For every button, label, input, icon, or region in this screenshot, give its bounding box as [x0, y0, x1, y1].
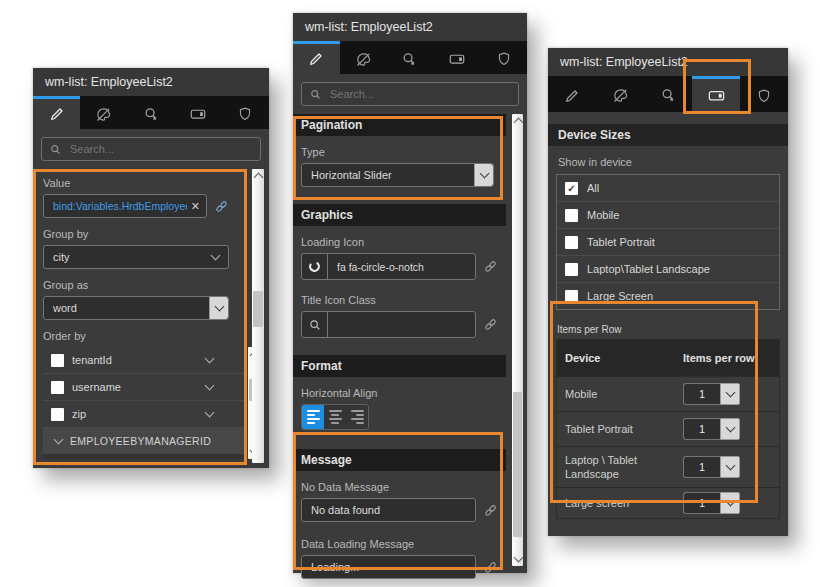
properties-panel-1: wm-list: EmployeeList2 Value bind:Variab…: [33, 68, 269, 468]
tab-styles[interactable]: [80, 96, 127, 129]
items-per-row-select[interactable]: 1: [683, 456, 740, 478]
tab-security[interactable]: [222, 96, 269, 129]
checkbox-unchecked[interactable]: [51, 408, 64, 421]
tab-styles[interactable]: [340, 41, 387, 74]
device-checkbox-row[interactable]: Large Screen: [557, 283, 779, 309]
group-by-value: city: [53, 251, 70, 263]
pagination-type-value: Horizontal Slider: [311, 169, 392, 181]
tab-device[interactable]: [433, 41, 480, 74]
data-loading-message-field[interactable]: Loading...: [301, 555, 476, 579]
device-option-label: Large Screen: [587, 290, 653, 302]
horizontal-align-label: Horizontal Align: [301, 387, 498, 399]
bind-link-icon[interactable]: [214, 199, 229, 214]
items-per-row-select[interactable]: 1: [683, 383, 740, 405]
panel-scrollbar[interactable]: [252, 169, 264, 463]
order-item-row[interactable]: username: [43, 374, 247, 401]
bind-link-icon[interactable]: [483, 317, 498, 332]
select-dropdown-button[interactable]: [209, 297, 228, 319]
select-dropdown-button[interactable]: [720, 418, 740, 440]
select-dropdown-button[interactable]: [720, 492, 740, 514]
chevron-down-icon[interactable]: [205, 408, 215, 418]
tab-search[interactable]: [127, 96, 174, 129]
tab-properties[interactable]: [293, 41, 340, 74]
checkbox-unchecked[interactable]: [565, 290, 578, 303]
no-data-message-field[interactable]: No data found: [301, 498, 476, 522]
bind-link-icon[interactable]: [483, 503, 498, 518]
search-input[interactable]: [68, 142, 253, 156]
scroll-up-arrow[interactable]: [254, 173, 264, 183]
tab-device[interactable]: [175, 96, 222, 129]
chevron-down-icon: [725, 461, 735, 471]
group-as-select[interactable]: word: [43, 296, 229, 320]
select-dropdown-button[interactable]: [720, 456, 740, 478]
row-device-label: Laptop \ Tablet Landscape: [557, 447, 679, 487]
checkbox-unchecked[interactable]: [51, 354, 64, 367]
bind-link-icon[interactable]: [483, 259, 498, 274]
device-option-label: All: [587, 182, 599, 194]
tab-properties[interactable]: [33, 96, 80, 129]
device-option-label: Laptop\Tablet Landscape: [587, 263, 710, 275]
scroll-down-arrow[interactable]: [514, 553, 524, 563]
bind-link-icon[interactable]: [483, 560, 498, 575]
checkbox-checked[interactable]: ✓: [565, 182, 578, 195]
table-row: Laptop \ Tablet Landscape 1: [557, 446, 779, 487]
select-dropdown-button[interactable]: [720, 383, 740, 405]
row-device-label: Tablet Portrait: [557, 412, 679, 446]
order-item-row[interactable]: zip: [43, 401, 247, 428]
scrollbar-thumb[interactable]: [513, 392, 522, 537]
panel-scrollbar[interactable]: [512, 114, 523, 566]
graphics-section-header: Graphics: [293, 204, 506, 226]
checkbox-unchecked[interactable]: [565, 236, 578, 249]
tab-security[interactable]: [480, 41, 527, 74]
search-icon: [302, 312, 328, 337]
align-left-button[interactable]: [302, 405, 324, 429]
horizontal-align-group: [301, 404, 369, 430]
value-field[interactable]: bind:Variables.HrdbEmployeeData1.dat ✕: [43, 194, 207, 218]
align-center-button[interactable]: [324, 405, 346, 429]
tab-styles[interactable]: [596, 76, 644, 112]
select-value: 1: [683, 456, 720, 478]
select-dropdown-button[interactable]: [474, 164, 493, 186]
list-footer-strip: [43, 454, 247, 459]
device-panel: wm-list: EmployeeList2 Device Sizes Show…: [548, 48, 788, 536]
properties-panel-2: wm-list: EmployeeList2 Pagination Type: [293, 13, 527, 573]
search-input[interactable]: [328, 87, 511, 101]
group-as-value: word: [53, 302, 77, 314]
tab-search[interactable]: [644, 76, 692, 112]
properties-scroll-area: Value bind:Variables.HrdbEmployeeData1.d…: [33, 169, 269, 465]
chevron-down-icon: [479, 169, 489, 179]
order-item-row[interactable]: tenantId: [43, 347, 247, 374]
message-section-header: Message: [293, 449, 506, 471]
checkbox-unchecked[interactable]: [565, 209, 578, 222]
items-per-row-select[interactable]: 1: [683, 418, 740, 440]
tab-device[interactable]: [692, 76, 740, 112]
title-icon-class-field[interactable]: [301, 311, 476, 338]
order-item-label: username: [72, 381, 198, 393]
device-checkbox-row[interactable]: ✓ All: [557, 175, 779, 202]
device-checkbox-row[interactable]: Tablet Portrait: [557, 229, 779, 256]
device-icon: [189, 105, 207, 123]
device-checkbox-row[interactable]: Laptop\Tablet Landscape: [557, 256, 779, 283]
panel-title: wm-list: EmployeeList2: [293, 13, 527, 41]
tab-search[interactable]: [387, 41, 434, 74]
device-checkbox-row[interactable]: Mobile: [557, 202, 779, 229]
chevron-down-icon[interactable]: [205, 354, 215, 364]
items-per-row-select[interactable]: 1: [683, 492, 740, 514]
pagination-type-select[interactable]: Horizontal Slider: [301, 163, 494, 187]
scrollbar-thumb[interactable]: [253, 291, 263, 327]
align-right-icon: [351, 410, 364, 424]
show-in-device-list: ✓ All Mobile Tablet Portrait Laptop\Tabl…: [556, 174, 780, 310]
group-by-select[interactable]: city: [43, 245, 229, 269]
align-right-button[interactable]: [346, 405, 368, 429]
checkbox-unchecked[interactable]: [565, 263, 578, 276]
related-field-row[interactable]: EMPLOYEEBYMANAGERID: [43, 428, 247, 454]
clear-icon[interactable]: ✕: [191, 200, 200, 213]
checkbox-unchecked[interactable]: [51, 381, 64, 394]
tab-properties[interactable]: [548, 76, 596, 112]
device-icon: [448, 50, 466, 68]
loading-icon-field[interactable]: fa fa-circle-o-notch: [301, 253, 476, 280]
chevron-down-icon[interactable]: [205, 381, 215, 391]
scroll-up-arrow[interactable]: [514, 118, 524, 128]
tab-security[interactable]: [740, 76, 788, 112]
shield-icon: [496, 51, 512, 67]
